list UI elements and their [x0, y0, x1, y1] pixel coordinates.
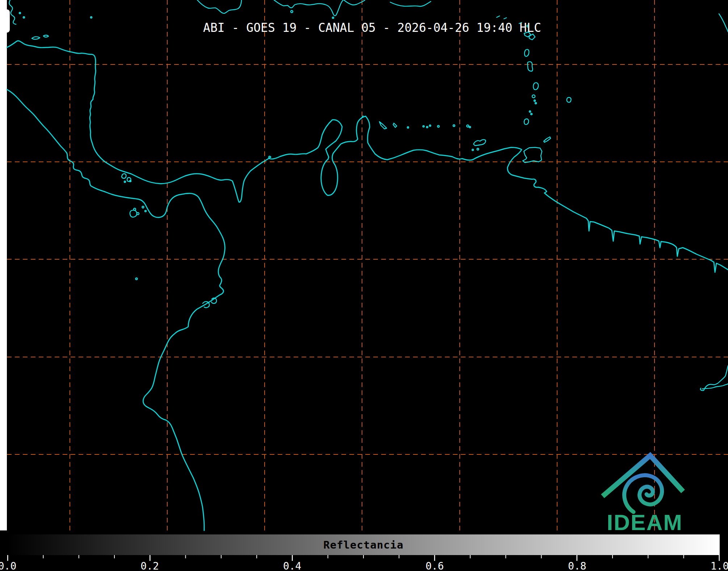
hurricane-spiral-icon — [624, 475, 662, 512]
coast-hispaniola — [274, 0, 365, 16]
islands-gulf-of-panama — [130, 206, 146, 217]
island-trinidad — [523, 147, 542, 163]
coast-caribbean-mainland — [7, 41, 728, 272]
ideam-logo-text: IDEAM — [607, 510, 683, 534]
scan-edge-strip — [0, 0, 10, 530]
coast-bottom-right-fragment — [700, 366, 728, 391]
islands-western-caribbean — [9, 0, 92, 39]
image-title: ABI - GOES 19 - CANAL 05 - 2026-04-26 19… — [203, 21, 541, 35]
coast-buenaventura-estuaries — [136, 278, 217, 308]
islands-venezuela — [361, 116, 485, 151]
coast-top-right-fragment — [719, 14, 728, 32]
ideam-logo-mark: IDEAM — [600, 451, 691, 534]
island-tobago — [544, 137, 551, 142]
islands-bocas-del-toro — [122, 174, 131, 182]
ideam-logo: IDEAM — [600, 451, 691, 534]
coast-jamaica — [197, 0, 241, 13]
islets-hispaniola — [291, 11, 334, 18]
coast-pacific — [7, 89, 225, 530]
satellite-image-viewport: ABI - GOES 19 - CANAL 05 - 2026-04-26 19… — [0, 0, 728, 571]
coast-puerto-rico — [390, 1, 431, 6]
